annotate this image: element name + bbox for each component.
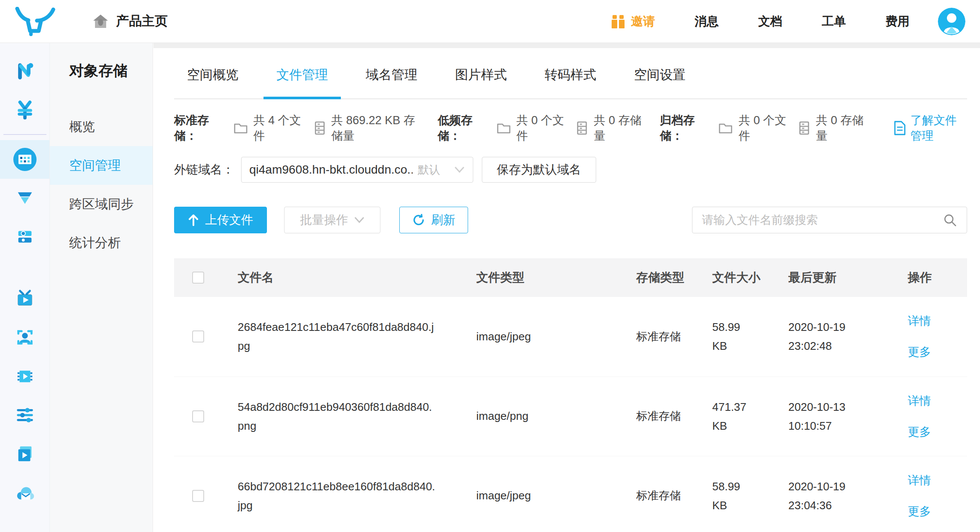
nav-messages[interactable]: 消息 bbox=[695, 13, 719, 30]
stat-label: 归档存储： bbox=[660, 113, 707, 144]
rail-item-brand-r[interactable] bbox=[0, 52, 49, 90]
sidebar-item-overview[interactable]: 概览 bbox=[50, 107, 153, 146]
refresh-button-label: 刷新 bbox=[431, 212, 455, 228]
row-checkbox[interactable] bbox=[192, 410, 204, 422]
sidebar-item-cross-region-sync[interactable]: 跨区域同步 bbox=[50, 185, 153, 223]
tab-transcode-styles[interactable]: 转码样式 bbox=[532, 66, 609, 98]
detail-link[interactable]: 详情 bbox=[908, 313, 967, 329]
upload-file-button[interactable]: 上传文件 bbox=[174, 207, 267, 233]
search-input[interactable] bbox=[702, 214, 943, 227]
tab-space-settings[interactable]: 空间设置 bbox=[621, 66, 698, 98]
stat-label: 标准存储： bbox=[174, 113, 223, 144]
chevron-down-icon bbox=[454, 166, 465, 174]
rail-item-cloudmail[interactable] bbox=[0, 473, 49, 512]
detail-link[interactable]: 详情 bbox=[908, 393, 967, 409]
more-link[interactable]: 更多 bbox=[908, 504, 967, 519]
more-link[interactable]: 更多 bbox=[908, 344, 967, 360]
qiniu-bull-logo[interactable] bbox=[15, 7, 56, 36]
database-icon bbox=[314, 121, 325, 135]
rail-item-live[interactable] bbox=[0, 280, 49, 318]
folder-icon bbox=[497, 122, 511, 134]
sliders-icon bbox=[15, 405, 35, 425]
stat-storage-amount: 共 0 存储量 bbox=[816, 113, 865, 144]
nav-tickets[interactable]: 工单 bbox=[822, 13, 846, 30]
domain-row: 外链域名： qi4am9608.hn-bkt.clouddn.co... 默认 … bbox=[174, 157, 967, 183]
rail-item-dataprocess[interactable] bbox=[0, 396, 49, 434]
save-default-domain-button[interactable]: 保存为默认域名 bbox=[482, 157, 596, 183]
tab-space-overview[interactable]: 空间概览 bbox=[174, 66, 251, 98]
refresh-icon bbox=[412, 214, 425, 226]
film-play-icon bbox=[15, 367, 35, 386]
rail-divider bbox=[3, 134, 46, 135]
user-avatar[interactable] bbox=[938, 8, 965, 35]
row-actions: 详情 更多 bbox=[887, 456, 967, 532]
nav-invite-label: 邀请 bbox=[631, 13, 655, 30]
learn-file-management-link[interactable]: 了解文件管理 bbox=[882, 113, 967, 144]
file-size: 58.99 KB bbox=[692, 297, 768, 376]
detail-link[interactable]: 详情 bbox=[908, 473, 967, 488]
sidebar-item-statistics[interactable]: 统计分析 bbox=[50, 223, 153, 262]
rail-item-finance[interactable] bbox=[0, 90, 49, 129]
stat-file-count: 共 4 个文件 bbox=[254, 113, 303, 144]
domain-default-badge: 默认 bbox=[418, 162, 440, 177]
more-link[interactable]: 更多 bbox=[908, 424, 967, 440]
storage-class: 标准存储 bbox=[616, 376, 692, 456]
file-search-box bbox=[692, 207, 967, 233]
stat-file-count: 共 0 个文件 bbox=[517, 113, 566, 144]
domain-value: qi4am9608.hn-bkt.clouddn.co... bbox=[249, 163, 413, 177]
tab-domain-management[interactable]: 域名管理 bbox=[353, 66, 430, 98]
search-icon[interactable] bbox=[943, 213, 957, 227]
sidebar-menu: 概览 空间管理 跨区域同步 统计分析 bbox=[50, 107, 153, 262]
top-header: 产品主页 邀请 消息 文档 工单 费用 bbox=[0, 0, 980, 43]
stat-file-count: 共 0 个文件 bbox=[738, 113, 787, 144]
chevron-down-icon bbox=[354, 217, 364, 223]
refresh-button[interactable]: 刷新 bbox=[399, 207, 468, 233]
row-checkbox[interactable] bbox=[192, 490, 204, 502]
home-icon bbox=[92, 13, 109, 30]
rail-item-cdn[interactable] bbox=[0, 179, 49, 217]
main-content: 空间概览 文件管理 域名管理 图片样式 转码样式 空间设置 标准存储： 共 4 … bbox=[153, 43, 980, 532]
rail-item-server[interactable] bbox=[0, 217, 49, 256]
file-name: 66bd7208121c11eb8ee160f81da8d840.jpg bbox=[217, 456, 456, 532]
sidebar-item-space-management[interactable]: 空间管理 bbox=[50, 146, 153, 185]
storage-stats-row: 标准存储： 共 4 个文件 共 869.22 KB 存储量 低频存储： 共 0 … bbox=[174, 118, 967, 138]
stat-storage-amount: 共 869.22 KB 存储量 bbox=[331, 113, 421, 144]
rail-item-object-storage[interactable] bbox=[0, 140, 49, 179]
server-database-icon bbox=[15, 227, 35, 247]
stat-infrequent-storage: 低频存储： 共 0 个文件 共 0 存储量 bbox=[438, 113, 643, 144]
rail-item-face[interactable] bbox=[0, 318, 49, 357]
nav-billing[interactable]: 费用 bbox=[885, 13, 910, 30]
cloud-mail-icon bbox=[15, 483, 35, 502]
batch-actions-button[interactable]: 批量操作 bbox=[284, 207, 380, 233]
table-row: 54a8d2d80cf911eb940360f81da8d840.png ima… bbox=[174, 376, 967, 456]
file-type: image/png bbox=[456, 376, 616, 456]
file-size: 471.37 KB bbox=[692, 376, 768, 456]
table-header-row: 文件名 文件类型 存储类型 文件大小 最后更新 操作 bbox=[174, 258, 967, 297]
nav-docs[interactable]: 文档 bbox=[758, 13, 782, 30]
database-icon bbox=[799, 121, 810, 135]
last-updated: 2020-10-13 10:10:57 bbox=[768, 376, 887, 456]
product-home-label: 产品主页 bbox=[116, 12, 168, 30]
domain-select[interactable]: qi4am9608.hn-bkt.clouddn.co... 默认 bbox=[241, 157, 473, 183]
database-icon bbox=[576, 121, 588, 135]
sidebar-title: 对象存储 bbox=[50, 43, 153, 81]
file-size: 58.99 KB bbox=[692, 456, 768, 532]
row-checkbox[interactable] bbox=[192, 330, 204, 342]
file-name: 2684feae121c11eba47c60f81da8d840.jpg bbox=[217, 297, 456, 376]
tab-file-management[interactable]: 文件管理 bbox=[263, 66, 341, 98]
storage-class: 标准存储 bbox=[616, 297, 692, 376]
header-nav: 邀请 消息 文档 工单 费用 bbox=[610, 13, 910, 30]
folder-icon bbox=[719, 122, 732, 134]
col-filename: 文件名 bbox=[217, 258, 456, 297]
product-home-link[interactable]: 产品主页 bbox=[92, 12, 168, 30]
rail-item-media[interactable] bbox=[0, 357, 49, 396]
tab-image-styles[interactable]: 图片样式 bbox=[442, 66, 520, 98]
nav-invite[interactable]: 邀请 bbox=[610, 13, 655, 30]
stat-standard-storage: 标准存储： 共 4 个文件 共 869.22 KB 存储量 bbox=[174, 113, 420, 144]
document-icon bbox=[893, 121, 906, 135]
rail-item-vod[interactable] bbox=[0, 434, 49, 473]
file-type: image/jpeg bbox=[456, 297, 616, 376]
storage-grid-icon bbox=[13, 147, 37, 171]
select-all-checkbox[interactable] bbox=[192, 272, 204, 284]
gift-icon bbox=[610, 14, 626, 29]
